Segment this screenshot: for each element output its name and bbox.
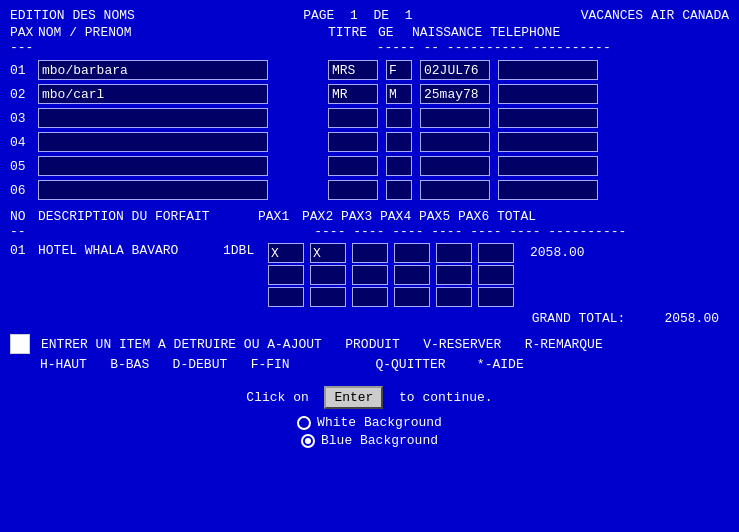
pax-tel-input[interactable]: [498, 108, 598, 128]
page-info: PAGE 1 DE 1: [303, 8, 412, 23]
pax-name-input[interactable]: [38, 84, 268, 104]
forfait-pax-input[interactable]: [268, 287, 304, 307]
pax-number: 03: [10, 111, 38, 126]
radio-white-label: White Background: [317, 415, 442, 430]
pax-naiss-input[interactable]: [420, 60, 490, 80]
forfait-pax-input[interactable]: [268, 243, 304, 263]
pax-number: 01: [10, 63, 38, 78]
forfait-pax-input[interactable]: [436, 243, 472, 263]
forfait-no: 01: [10, 243, 38, 258]
forfait-pax-input[interactable]: [310, 265, 346, 285]
pax-naiss-input[interactable]: [420, 180, 490, 200]
col-titre: TITRE: [328, 25, 378, 40]
forfait-pax-input[interactable]: [394, 265, 430, 285]
radio-blue-row[interactable]: Blue Background: [10, 433, 729, 448]
forfait-pax-input[interactable]: [352, 243, 388, 263]
forfait-pax-input[interactable]: [478, 243, 514, 263]
pax-row: 06: [10, 179, 729, 201]
pax-name-input[interactable]: [38, 180, 268, 200]
radio-section: White Background Blue Background: [10, 415, 729, 448]
forfait-pax-input[interactable]: [478, 265, 514, 285]
pax-ge-input[interactable]: [386, 132, 412, 152]
header-divider: --- ----- -- ---------- ----------: [10, 40, 729, 55]
pax-title-input[interactable]: [328, 156, 378, 176]
fhdr-pax5: PAX5: [419, 209, 458, 224]
pax-naiss-input[interactable]: [420, 156, 490, 176]
pax-row: 04: [10, 131, 729, 153]
pax-tel-input[interactable]: [498, 156, 598, 176]
pax-title-input[interactable]: [328, 84, 378, 104]
pax-naiss-input[interactable]: [420, 108, 490, 128]
fhdr-no: NO: [10, 209, 38, 224]
pax-row: 01: [10, 59, 729, 81]
forfait-pax-cell: [268, 243, 307, 307]
forfait-pax-input[interactable]: [436, 287, 472, 307]
pax-number: 06: [10, 183, 38, 198]
forfait-pax-cell: [352, 243, 391, 307]
cmd-row2: H-HAUT B-BAS D-DEBUT F-FIN Q-QUITTER *-A…: [40, 357, 729, 372]
pax-row: 05: [10, 155, 729, 177]
pax-title-input[interactable]: [328, 60, 378, 80]
radio-blue[interactable]: [301, 434, 315, 448]
pax-tel-input[interactable]: [498, 84, 598, 104]
forfait-pax-input[interactable]: [268, 265, 304, 285]
enter-section: Click on Enter to continue.: [10, 386, 729, 409]
pax-number: 04: [10, 135, 38, 150]
pax-tel-input[interactable]: [498, 60, 598, 80]
pax-title-input[interactable]: [328, 132, 378, 152]
enter-button[interactable]: Enter: [324, 386, 383, 409]
forfait-pax-input[interactable]: [394, 287, 430, 307]
pax-row: 02: [10, 83, 729, 105]
pax-ge-input[interactable]: [386, 60, 412, 80]
forfait-total: 2058.00: [530, 243, 585, 260]
pax-name-input[interactable]: [38, 108, 268, 128]
forfait-pax-cell: [436, 243, 475, 307]
forfait-divider: -- ---- ---- ---- ---- ---- ---- -------…: [10, 224, 729, 239]
col-pax: PAX: [10, 25, 38, 40]
fhdr-pax1: PAX1: [258, 209, 302, 224]
fhdr-pax3: PAX3: [341, 209, 380, 224]
pax-tel-input[interactable]: [498, 180, 598, 200]
forfait-pax-input[interactable]: [394, 243, 430, 263]
pax-ge-input[interactable]: [386, 108, 412, 128]
forfait-row: 01 HOTEL WHALA BAVARO 1DBL 2058.00: [10, 243, 729, 307]
pax-number: 02: [10, 87, 38, 102]
forfait-desc: HOTEL WHALA BAVARO: [38, 243, 218, 258]
col-naissance: NAISSANCE: [412, 25, 490, 40]
pax-name-input[interactable]: [38, 132, 268, 152]
grand-total-value: 2058.00: [664, 311, 719, 326]
grand-total-row: GRAND TOTAL: 2058.00: [10, 311, 729, 326]
pax-name-input[interactable]: [38, 156, 268, 176]
forfait-pax-input[interactable]: [436, 265, 472, 285]
forfait-qty: 1DBL: [223, 243, 268, 258]
commands-section: ENTRER UN ITEM A DETRUIRE OU A-AJOUT PRO…: [10, 334, 729, 372]
forfait-pax-input[interactable]: [310, 287, 346, 307]
enter-after: to continue.: [399, 390, 493, 405]
enter-before: Click on: [246, 390, 308, 405]
forfait-pax-input[interactable]: [352, 287, 388, 307]
pax-naiss-input[interactable]: [420, 84, 490, 104]
pax-ge-input[interactable]: [386, 156, 412, 176]
cmd-box: [10, 334, 30, 354]
col-nom: NOM / PRENOM: [38, 25, 268, 40]
agency-name: VACANCES AIR CANADA: [581, 8, 729, 23]
col-ge: GE: [378, 25, 412, 40]
pax-naiss-input[interactable]: [420, 132, 490, 152]
col-spacer: [268, 25, 328, 40]
pax-name-input[interactable]: [38, 60, 268, 80]
pax-title-input[interactable]: [328, 108, 378, 128]
fhdr-pax4: PAX4: [380, 209, 419, 224]
forfait-pax-cell: [478, 243, 517, 307]
forfait-pax-input[interactable]: [352, 265, 388, 285]
pax-ge-input[interactable]: [386, 180, 412, 200]
pax-title-input[interactable]: [328, 180, 378, 200]
pax-ge-input[interactable]: [386, 84, 412, 104]
pax-row: 03: [10, 107, 729, 129]
fhdr-pax2: PAX2: [302, 209, 341, 224]
grand-total-label: GRAND TOTAL:: [532, 311, 626, 326]
radio-white[interactable]: [297, 416, 311, 430]
pax-tel-input[interactable]: [498, 132, 598, 152]
radio-white-row[interactable]: White Background: [10, 415, 729, 430]
forfait-pax-input[interactable]: [310, 243, 346, 263]
forfait-pax-input[interactable]: [478, 287, 514, 307]
